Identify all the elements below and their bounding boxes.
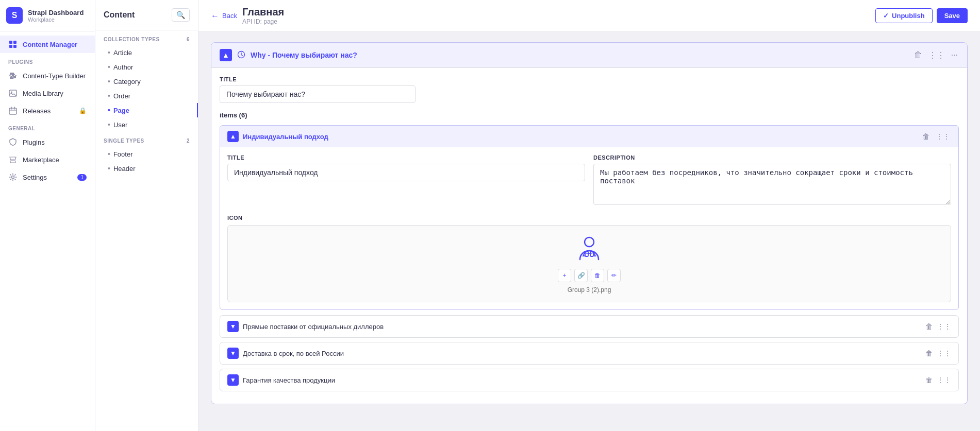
collapsed-delete-3[interactable]: 🗑 (925, 376, 933, 384)
sidebar-item-label: Content-Type Builder (23, 72, 86, 80)
plugins-section-label: PLUGINS (0, 53, 95, 67)
grid-icon (8, 40, 18, 49)
nav-page[interactable]: Page (95, 103, 198, 117)
nav-author[interactable]: Author (95, 60, 198, 74)
svg-point-10 (585, 237, 594, 247)
sidebar-item-releases[interactable]: Releases 🔒 (0, 102, 95, 119)
icon-upload-box: + 🔗 🗑 ✏ Group 3 (2).png (227, 225, 951, 302)
expanded-sub-component: ▲ Индивидуальный подход 🗑 ⋮⋮ title (220, 125, 959, 310)
sub-collapse-button[interactable]: ▲ (227, 131, 239, 142)
person-icon (574, 234, 605, 265)
nav-header[interactable]: Header (95, 161, 198, 176)
svg-rect-6 (9, 108, 16, 114)
collapsed-title-2: Доставка в срок, по всей России (243, 350, 921, 357)
icon-preview: + 🔗 🗑 ✏ Group 3 (2).png (558, 234, 621, 294)
svg-point-5 (11, 92, 12, 93)
topbar: ← Back Главная API ID: page ✓ Unpublish … (198, 0, 980, 32)
sidebar-item-label: Releases (23, 107, 51, 115)
sub-actions: 🗑 ⋮⋮ (921, 131, 951, 142)
expand-button-1[interactable]: ▼ (227, 321, 239, 332)
svg-rect-7 (10, 161, 15, 163)
sidebar-item-settings[interactable]: Settings 1 (0, 168, 95, 186)
icon-filename: Group 3 (2).png (568, 286, 611, 294)
title-field-label: title (220, 76, 959, 82)
gear-icon (8, 173, 18, 182)
title-field-input[interactable] (220, 85, 416, 103)
drag-handle-button[interactable]: ⋮⋮ (927, 49, 946, 61)
collection-types-label: COLLECTION TYPES 6 (95, 30, 198, 45)
sub-desc-textarea[interactable] (593, 164, 951, 205)
icon-action-buttons: + 🔗 🗑 ✏ (558, 269, 621, 282)
card-actions: 🗑 ⋮⋮ ··· (913, 49, 959, 61)
sidebar-item-content-type-builder[interactable]: Content-Type Builder (0, 67, 95, 84)
sub-body: title description icon (220, 147, 958, 309)
expand-button-3[interactable]: ▼ (227, 374, 239, 386)
lock-icon: 🔒 (79, 107, 87, 114)
collapse-button[interactable]: ▲ (220, 49, 232, 61)
sidebar-item-marketplace[interactable]: Marketplace (0, 151, 95, 168)
sidebar-item-plugins[interactable]: Plugins (0, 133, 95, 151)
main-component-card: ▲ Why - Почему выбирают нас? 🗑 ⋮⋮ ··· ti… (211, 42, 968, 404)
card-title: Why - Почему выбирают нас? (251, 51, 908, 59)
collapsed-delete-2[interactable]: 🗑 (925, 349, 933, 357)
sidebar: S Strapi Dashboard Workplace Content Man… (0, 0, 95, 431)
main-content: ▲ Why - Почему выбирают нас? 🗑 ⋮⋮ ··· ti… (198, 32, 980, 431)
sub-desc-field: description (593, 154, 951, 206)
collapsed-drag-3[interactable]: ⋮⋮ (937, 376, 951, 384)
sub-title-input[interactable] (227, 164, 585, 181)
icon-add-button[interactable]: + (558, 269, 571, 282)
sidebar-item-label: Plugins (23, 139, 45, 146)
sidebar-item-media-library[interactable]: Media Library (0, 84, 95, 102)
collapsed-item-header-2: ▼ Доставка в срок, по всей России 🗑 ⋮⋮ (220, 342, 958, 364)
api-id: API ID: page (242, 18, 284, 25)
collapsed-actions-2: 🗑 ⋮⋮ (925, 349, 951, 357)
content-panel-title: Content (104, 10, 135, 20)
items-section-label: items (6) (220, 111, 959, 119)
svg-rect-1 (13, 41, 16, 44)
svg-rect-12 (590, 251, 593, 256)
expand-button-2[interactable]: ▼ (227, 348, 239, 359)
collapsed-item-3: ▼ Гарантия качества продукции 🗑 ⋮⋮ (220, 369, 959, 391)
nav-footer[interactable]: Footer (95, 147, 198, 161)
sidebar-item-label: Media Library (23, 90, 63, 97)
back-arrow-icon: ← (211, 11, 219, 21)
more-options-button[interactable]: ··· (950, 49, 959, 61)
title-field-wrapper: title (220, 76, 959, 103)
calendar-icon (8, 106, 18, 115)
app-logo: S (6, 7, 23, 24)
topbar-left: ← Back Главная API ID: page (211, 6, 284, 25)
sidebar-header: S Strapi Dashboard Workplace (0, 0, 95, 31)
icon-delete-button[interactable]: 🗑 (591, 269, 604, 282)
icon-edit-button[interactable]: ✏ (607, 269, 621, 282)
collapsed-item-2: ▼ Доставка в срок, по всей России 🗑 ⋮⋮ (220, 342, 959, 365)
nav-user[interactable]: User (95, 117, 198, 132)
sub-desc-label: description (593, 154, 951, 161)
save-button[interactable]: Save (937, 8, 968, 23)
icon-link-button[interactable]: 🔗 (574, 269, 588, 282)
svg-rect-11 (585, 251, 588, 256)
sub-drag-button[interactable]: ⋮⋮ (935, 131, 951, 142)
collapsed-title-1: Прямые поставки от официальных диллеров (243, 323, 921, 331)
collapsed-actions-3: 🗑 ⋮⋮ (925, 376, 951, 384)
sub-title: Индивидуальный подход (243, 133, 917, 141)
sidebar-item-content-manager[interactable]: Content Manager (0, 36, 95, 53)
collapsed-item-header-3: ▼ Гарантия качества продукции 🗑 ⋮⋮ (220, 369, 958, 391)
nav-order[interactable]: Order (95, 89, 198, 103)
nav-category[interactable]: Category (95, 74, 198, 89)
topbar-right: ✓ Unpublish Save (875, 8, 968, 23)
collapsed-drag-2[interactable]: ⋮⋮ (937, 349, 951, 357)
page-title: Главная (242, 6, 284, 18)
sub-delete-button[interactable]: 🗑 (921, 131, 931, 142)
sidebar-nav: Content Manager PLUGINS Content-Type Bui… (0, 31, 95, 431)
nav-article[interactable]: Article (95, 45, 198, 60)
general-section-label: GENERAL (0, 119, 95, 133)
collapsed-drag-1[interactable]: ⋮⋮ (937, 322, 951, 331)
unpublish-button[interactable]: ✓ Unpublish (875, 8, 933, 23)
icon-field-wrapper: icon (227, 215, 951, 302)
two-col-fields: title description (227, 154, 951, 206)
collapsed-delete-1[interactable]: 🗑 (925, 322, 933, 331)
delete-component-button[interactable]: 🗑 (913, 49, 923, 61)
search-button[interactable]: 🔍 (172, 8, 190, 22)
svg-rect-2 (9, 45, 12, 48)
back-button[interactable]: ← Back (211, 11, 237, 21)
